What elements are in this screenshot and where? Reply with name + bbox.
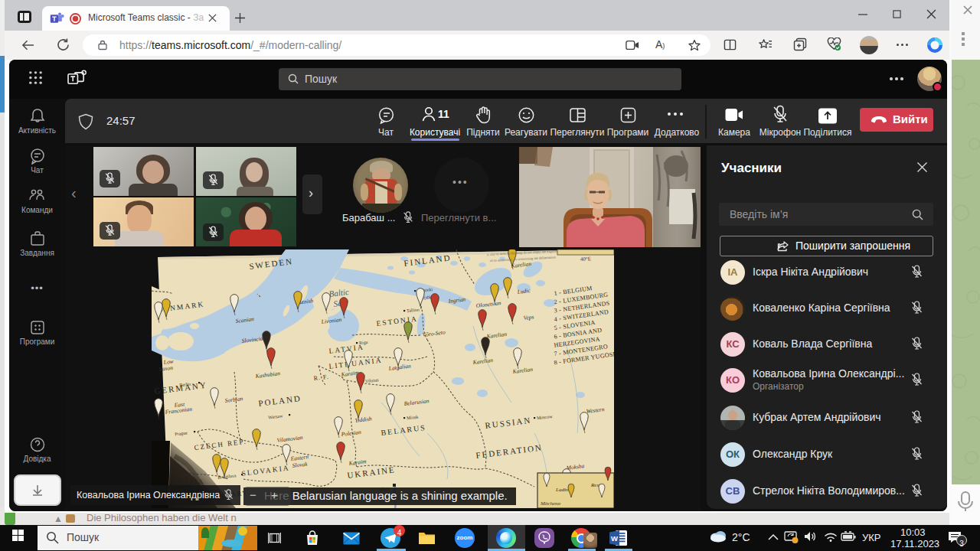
svg-text:Ladin: Ladin [555,487,569,493]
svg-text:W: W [611,534,618,543]
svg-text:40°E: 40°E [580,256,591,262]
svg-text:Riga: Riga [359,340,368,345]
svg-text:Veps: Veps [523,313,534,321]
svg-text:Mòcheno: Mòcheno [540,500,561,507]
